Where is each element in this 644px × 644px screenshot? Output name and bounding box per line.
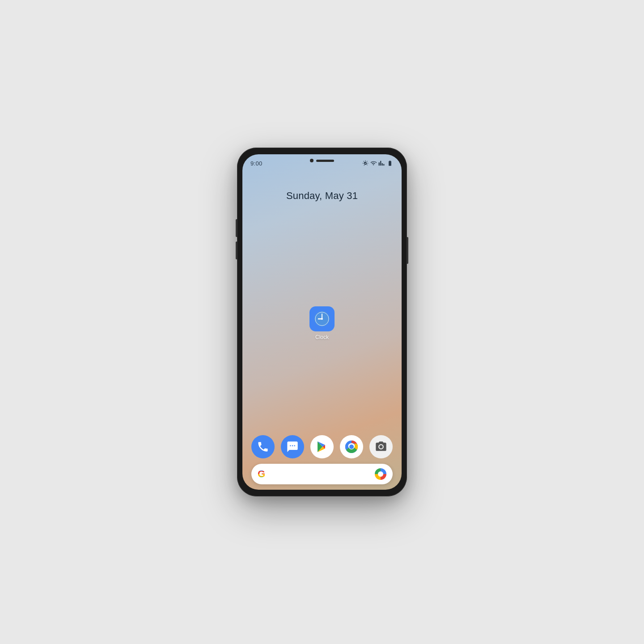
messages-app-icon[interactable] xyxy=(281,435,304,458)
play-store-icon xyxy=(315,440,329,453)
google-g-logo: G xyxy=(258,468,265,480)
volume-down-button[interactable] xyxy=(236,242,237,259)
svg-point-8 xyxy=(349,445,354,449)
volume-up-button[interactable] xyxy=(236,219,237,237)
phone-device: 9:00 Sunday, xyxy=(237,148,407,496)
signal-icon xyxy=(378,160,385,166)
date-widget: Sunday, May 31 xyxy=(242,190,402,202)
messages-icon xyxy=(286,441,299,453)
clock-app-icon[interactable]: Clock xyxy=(309,306,335,340)
assistant-inner-circle xyxy=(378,471,383,477)
chrome-app-icon[interactable] xyxy=(340,435,363,458)
app-dock xyxy=(242,435,402,458)
camera-app-icon[interactable] xyxy=(369,435,393,458)
phone-screen: 9:00 Sunday, xyxy=(242,154,402,490)
phone-app-icon[interactable] xyxy=(251,435,275,458)
clock-face-svg xyxy=(314,310,330,327)
phone-icon xyxy=(257,441,269,453)
wifi-icon xyxy=(370,160,377,166)
clock-app-label: Clock xyxy=(315,334,329,340)
clock-icon-background xyxy=(309,306,335,331)
status-bar: 9:00 xyxy=(242,154,402,169)
date-display: Sunday, May 31 xyxy=(286,190,358,201)
play-store-app-icon[interactable] xyxy=(310,435,334,458)
status-time: 9:00 xyxy=(250,160,263,167)
battery-icon xyxy=(386,160,394,166)
svg-point-4 xyxy=(321,318,323,320)
google-assistant-icon[interactable] xyxy=(375,468,386,480)
google-search-bar[interactable]: G xyxy=(251,464,393,484)
chrome-icon xyxy=(344,440,359,454)
status-icons xyxy=(362,160,394,166)
power-button[interactable] xyxy=(407,237,408,264)
camera-icon xyxy=(375,441,387,453)
alarm-icon xyxy=(362,160,369,166)
